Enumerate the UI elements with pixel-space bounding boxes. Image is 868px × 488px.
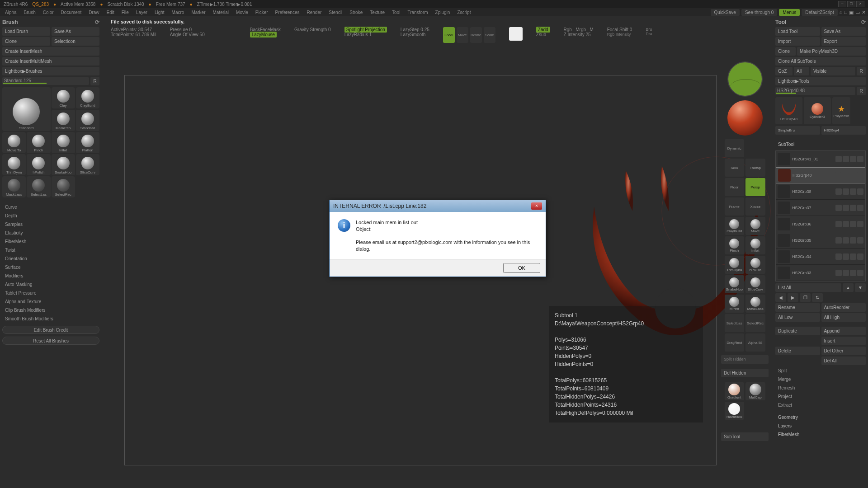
info-icon: i [338,219,350,232]
dialog-ok-button[interactable]: OK [503,263,540,273]
dialog-title: INTERNAL ERROR .\List.cpp Line:182 [333,203,426,209]
modal-overlay: INTERNAL ERROR .\List.cpp Line:182 × i L… [0,0,868,488]
dialog-titlebar[interactable]: INTERNAL ERROR .\List.cpp Line:182 × [330,200,546,212]
dialog-msg1: Locked main mem in list-out [356,219,538,226]
dialog-close-button[interactable]: × [531,202,542,210]
dialog-msg2: Object: [356,226,538,233]
error-dialog: INTERNAL ERROR .\List.cpp Line:182 × i L… [329,200,546,277]
dialog-msg3: Please email us at support2@pixologic.co… [356,239,538,253]
